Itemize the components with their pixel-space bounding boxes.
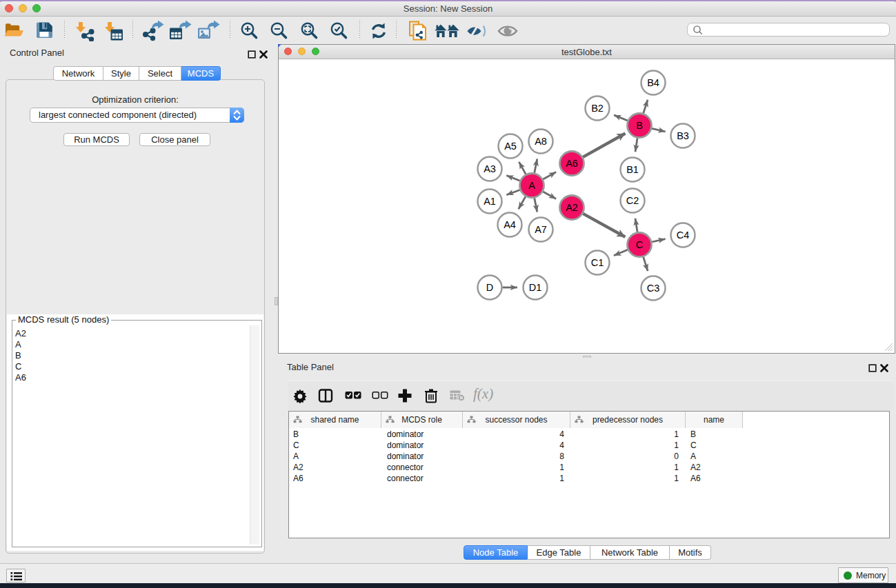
svg-text:D1: D1 — [529, 282, 542, 293]
svg-text:A1: A1 — [484, 196, 496, 207]
svg-text:B1: B1 — [626, 164, 639, 175]
svg-text:A6: A6 — [566, 158, 578, 169]
svg-text:A2: A2 — [566, 202, 578, 213]
svg-text:B3: B3 — [677, 130, 689, 141]
svg-text:D: D — [486, 282, 493, 293]
svg-text:A: A — [528, 180, 535, 191]
svg-text:C4: C4 — [677, 230, 690, 241]
svg-text:A8: A8 — [535, 136, 547, 147]
svg-text:C1: C1 — [591, 257, 604, 268]
svg-text:B: B — [636, 120, 643, 131]
svg-text:B2: B2 — [591, 103, 604, 114]
svg-text:A3: A3 — [484, 163, 496, 174]
svg-text:B4: B4 — [647, 77, 659, 88]
svg-text:A5: A5 — [504, 141, 517, 152]
svg-text:C: C — [636, 239, 643, 250]
svg-text:C3: C3 — [647, 283, 660, 294]
svg-text:C2: C2 — [626, 195, 639, 206]
svg-text:A4: A4 — [504, 219, 516, 230]
svg-text:A7: A7 — [535, 224, 547, 235]
